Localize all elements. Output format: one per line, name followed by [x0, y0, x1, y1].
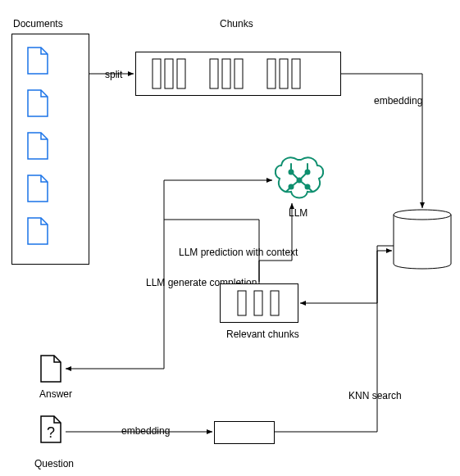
arrow-db-to-chunks [300, 246, 394, 303]
split-label: split [105, 69, 122, 80]
answer-label: Answer [39, 388, 72, 400]
svg-point-15 [289, 185, 294, 189]
svg-line-18 [299, 172, 307, 180]
svg-text:?: ? [47, 424, 55, 441]
svg-line-20 [299, 180, 307, 187]
svg-line-24 [307, 187, 312, 192]
svg-point-14 [298, 179, 302, 183]
llm-prediction-label: LLM prediction with context [179, 247, 298, 258]
vector-db-label: VectorDatabase [399, 231, 448, 256]
arrow-prediction [259, 203, 292, 283]
knn-label: KNN search [348, 390, 402, 401]
llm-label: LLM [289, 207, 307, 219]
vector-box [214, 421, 275, 444]
embedding-bottom-label: embedding [121, 425, 170, 437]
chunks-label: Chunks [220, 18, 253, 29]
documents-box [11, 34, 89, 265]
chunks-box [135, 52, 341, 96]
answer-file-icon [41, 356, 61, 382]
question-label: Question [34, 458, 74, 469]
svg-line-19 [291, 180, 299, 187]
llm-icon [276, 157, 323, 197]
svg-line-17 [291, 172, 299, 180]
relevant-chunks-label: Relevant chunks [226, 329, 299, 340]
svg-line-23 [286, 187, 291, 192]
svg-point-12 [289, 170, 294, 175]
svg-point-16 [306, 185, 310, 189]
arrow-embedding-top [341, 74, 422, 208]
relevant-chunks-box [220, 283, 298, 323]
question-icon: ? [41, 416, 61, 442]
svg-point-13 [306, 170, 310, 175]
embedding-top-label: embedding [374, 95, 422, 107]
documents-label: Documents [13, 18, 63, 29]
arrow-knn [275, 251, 392, 432]
